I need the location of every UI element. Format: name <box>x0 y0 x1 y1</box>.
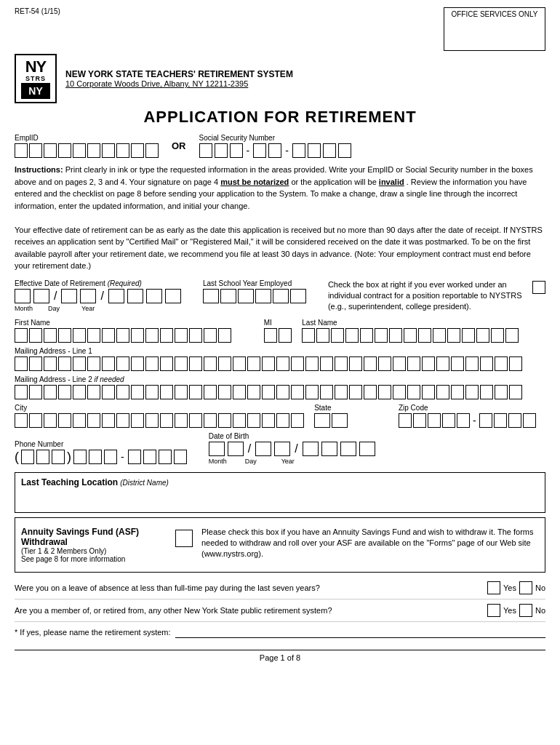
ssn-c9[interactable] <box>338 143 351 158</box>
eff-month-2[interactable] <box>33 289 49 303</box>
last-school-input[interactable] <box>203 289 306 303</box>
emplid-cell-8[interactable] <box>116 143 129 158</box>
state-label: State <box>314 404 393 412</box>
emplid-cell-3[interactable] <box>44 143 57 158</box>
effective-date-section: Effective Date of Retirement (Required) … <box>15 279 545 313</box>
mi-c1[interactable] <box>264 328 277 343</box>
ls-c6[interactable] <box>290 289 306 303</box>
mi-c2[interactable] <box>279 328 292 343</box>
asf-title: Annuity Savings Fund (ASF) Withdrawal <box>21 527 167 547</box>
first-name-group: First Name <box>15 319 258 343</box>
emplid-cell-6[interactable] <box>87 143 100 158</box>
last-school-group: Last School Year Employed <box>203 279 306 303</box>
address2-row: Mailing Address - Line 2 if needed <box>15 375 545 399</box>
asf-checkbox[interactable] <box>175 530 193 547</box>
state-c2[interactable] <box>332 413 348 428</box>
eff-month-1[interactable] <box>15 289 31 303</box>
emplid-cell-1[interactable] <box>15 143 28 158</box>
eff-year-3[interactable] <box>146 289 162 303</box>
city-state-zip-row: City State Zip Code - <box>15 404 545 428</box>
ls-c2[interactable] <box>220 289 236 303</box>
ssn-c7[interactable] <box>308 143 321 158</box>
state-input[interactable] <box>314 413 393 428</box>
emplid-cell-9[interactable] <box>131 143 144 158</box>
must-be-notarized: must be notarized <box>220 178 289 186</box>
contract-checkbox[interactable] <box>532 281 545 294</box>
emplid-cell-5[interactable] <box>73 143 86 158</box>
logo-strs: STRS <box>25 76 46 83</box>
ssn-c2[interactable] <box>215 143 228 158</box>
top-bar: RET-54 (1/15) OFFICE SERVICES ONLY <box>15 7 545 51</box>
dob-day-label: Day <box>245 458 281 465</box>
member-no-label: No <box>535 606 545 615</box>
leave-question: Were you on a leave of absence at less t… <box>15 583 320 592</box>
ssn-dash1: - <box>245 145 252 156</box>
emplid-cell-7[interactable] <box>102 143 115 158</box>
emplid-cell-4[interactable] <box>58 143 71 158</box>
address1-input[interactable] <box>15 356 545 371</box>
zip-input[interactable]: - <box>399 413 545 428</box>
year-label: Year <box>81 305 95 312</box>
ssn-c6[interactable] <box>292 143 305 158</box>
ls-c4[interactable] <box>255 289 271 303</box>
address2-label: Mailing Address - Line 2 if needed <box>15 375 545 383</box>
mi-input[interactable] <box>264 328 297 343</box>
ssn-label: Social Security Number <box>199 134 351 142</box>
last-teaching-input-area[interactable] <box>21 487 539 508</box>
instructions-block: Instructions: Print clearly in ink or ty… <box>15 164 545 272</box>
leave-yes-no: Yes No <box>487 581 545 594</box>
eff-year-2[interactable] <box>127 289 143 303</box>
ls-c3[interactable] <box>238 289 254 303</box>
ssn-c3[interactable] <box>230 143 243 158</box>
last-teaching-sub: (District Name) <box>120 479 169 487</box>
ssn-c4[interactable] <box>253 143 266 158</box>
asf-tier: (Tier 1 & 2 Members Only) <box>21 547 167 555</box>
city-input[interactable] <box>15 413 308 428</box>
address2-input[interactable] <box>15 385 545 399</box>
effective-date-group: Effective Date of Retirement (Required) … <box>15 279 181 312</box>
retirement-system-input[interactable] <box>175 626 545 638</box>
member-yes-label: Yes <box>503 606 516 615</box>
retirement-system-line: * If yes, please name the retirement sys… <box>15 622 545 642</box>
phone-label: Phone Number <box>15 440 187 448</box>
leave-no-checkbox[interactable] <box>519 581 532 594</box>
ls-c5[interactable] <box>273 289 289 303</box>
ssn-c1[interactable] <box>199 143 212 158</box>
last-name-label: Last Name <box>302 319 545 327</box>
last-name-group: Last Name <box>302 319 545 343</box>
invalid-text: invalid <box>379 178 404 186</box>
page-footer: Page 1 of 8 <box>15 650 545 662</box>
last-name-input[interactable] <box>302 328 545 343</box>
ssn-input[interactable]: - - <box>199 143 351 158</box>
asf-see: See page 8 for more information <box>21 555 167 563</box>
dob-input[interactable]: / / <box>209 442 375 456</box>
ssn-c8[interactable] <box>323 143 336 158</box>
member-no-checkbox[interactable] <box>519 604 532 617</box>
city-group: City <box>15 404 308 428</box>
zip-label: Zip Code <box>399 404 545 412</box>
fn-c1[interactable] <box>15 328 28 343</box>
first-name-input[interactable] <box>15 328 258 343</box>
office-services-label: OFFICE SERVICES ONLY <box>451 10 537 18</box>
effective-date-label: Effective Date of Retirement (Required) <box>15 279 181 287</box>
leave-yes-checkbox[interactable] <box>487 581 500 594</box>
eff-day-1[interactable] <box>61 289 77 303</box>
effective-date-input[interactable]: / / <box>15 289 181 303</box>
ssn-c5[interactable] <box>268 143 281 158</box>
emplid-cell-2[interactable] <box>29 143 42 158</box>
eff-day-2[interactable] <box>80 289 96 303</box>
eff-year-4[interactable] <box>165 289 181 303</box>
ls-c1[interactable] <box>203 289 219 303</box>
state-c1[interactable] <box>314 413 330 428</box>
phone-input[interactable]: ( ) - <box>15 450 187 465</box>
ssn-group: Social Security Number - - <box>199 134 351 158</box>
emplid-input[interactable] <box>15 143 159 158</box>
dob-label: Date of Birth <box>209 432 375 440</box>
asf-row: Annuity Savings Fund (ASF) Withdrawal (T… <box>21 522 539 567</box>
org-name: NEW YORK STATE TEACHERS' RETIREMENT SYST… <box>65 69 293 79</box>
phone-dob-row: Phone Number ( ) - Date of Birth / / <box>15 432 545 465</box>
first-name-label: First Name <box>15 319 258 327</box>
eff-year-1[interactable] <box>108 289 124 303</box>
emplid-cell-10[interactable] <box>145 143 159 158</box>
member-yes-checkbox[interactable] <box>487 604 500 617</box>
